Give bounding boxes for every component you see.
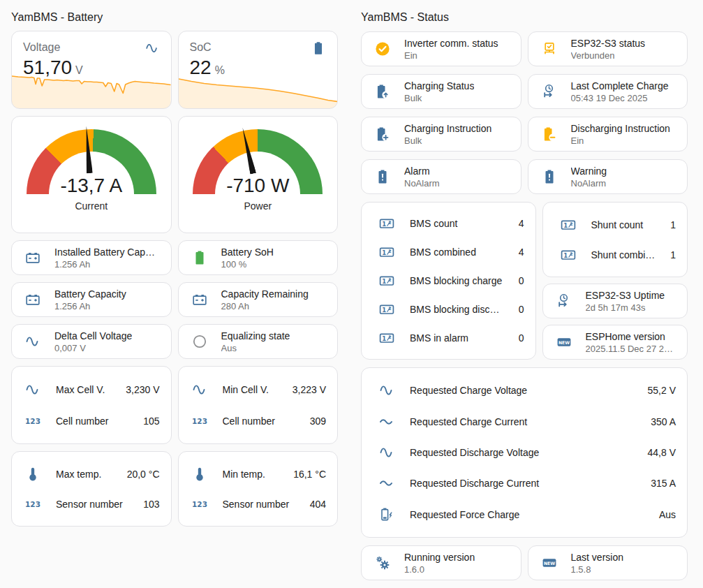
row-value: 3,223 V bbox=[293, 384, 326, 395]
row-label: Shunt combined bbox=[591, 249, 656, 260]
row-value: 309 bbox=[310, 416, 326, 427]
row-value: 1 bbox=[670, 219, 676, 230]
shunt-combined-row[interactable]: Shunt combined 1 bbox=[560, 247, 676, 263]
min-cell-card: Min Cell V. 3,223 V Cell number 309 bbox=[178, 366, 339, 444]
min-cell-number-row[interactable]: Cell number 309 bbox=[191, 413, 327, 429]
sine-wave-icon bbox=[378, 382, 395, 399]
row-value: 16,1 °C bbox=[293, 469, 326, 480]
current-gauge-card[interactable]: -13,7 A Current bbox=[11, 116, 172, 233]
entity-name: Inverter comm. status bbox=[404, 37, 498, 50]
row-value: 20,0 °C bbox=[127, 469, 160, 480]
numeric-123-icon bbox=[24, 496, 41, 513]
sine-wave-icon bbox=[24, 381, 41, 398]
counter-icon bbox=[378, 272, 395, 289]
battery-arrow-up-icon bbox=[374, 83, 391, 100]
installed-capacity-card[interactable]: Installed Battery Capacity1.256 Ah bbox=[11, 240, 172, 275]
bms-blocking-discharge-row[interactable]: BMS blocking discharge 0 bbox=[378, 301, 524, 318]
esp32-status-card[interactable]: ESP32-S3 statusVerbunden bbox=[528, 31, 688, 66]
counter-icon bbox=[560, 216, 577, 233]
sine-wave-icon bbox=[191, 381, 208, 398]
requested-force-charge-row[interactable]: Requested Force Charge Aus bbox=[378, 506, 676, 523]
new-box-icon bbox=[541, 554, 558, 571]
entity-value: NoAlarm bbox=[404, 178, 440, 189]
esp32-uptime-card[interactable]: ESP32-S3 Uptime2d 5h 17m 43s bbox=[542, 284, 688, 318]
bms-combined-row[interactable]: BMS combined 4 bbox=[378, 244, 524, 260]
power-gauge-label: Power bbox=[244, 200, 272, 212]
entity-value: Bulk bbox=[404, 135, 491, 147]
min-temp-sensor-row[interactable]: Sensor number 404 bbox=[191, 496, 327, 513]
charging-instruction-card[interactable]: Charging InstructionBulk bbox=[361, 117, 521, 152]
counter-icon bbox=[378, 301, 395, 318]
min-cell-voltage-row[interactable]: Min Cell V. 3,223 V bbox=[191, 381, 327, 398]
battery-soh-card[interactable]: Battery SoH100 % bbox=[178, 240, 339, 275]
row-value: 0 bbox=[519, 332, 524, 344]
current-ac-icon bbox=[378, 475, 395, 492]
row-value: 1 bbox=[670, 249, 676, 260]
capacity-remaining-card[interactable]: Capacity Remaining280 Ah bbox=[178, 282, 339, 317]
row-label: BMS blocking discharge bbox=[410, 304, 504, 315]
entity-name: Capacity Remaining bbox=[221, 288, 309, 301]
requested-charge-current-row[interactable]: Requested Charge Current 350 A bbox=[378, 413, 676, 430]
voltage-value: 51,70V bbox=[23, 57, 160, 82]
shunt-count-row[interactable]: Shunt count 1 bbox=[560, 216, 676, 233]
min-temp-card: Min temp. 16,1 °C Sensor number 404 bbox=[178, 451, 339, 527]
requested-values-card: Requested Charge Voltage 55,2 V Requeste… bbox=[361, 367, 688, 538]
battery-capacity-card[interactable]: Battery Capacity1.256 Ah bbox=[11, 282, 172, 317]
max-temp-card: Max temp. 20,0 °C Sensor number 103 bbox=[11, 451, 172, 527]
thermometer-icon bbox=[191, 466, 208, 483]
min-temp-row[interactable]: Min temp. 16,1 °C bbox=[191, 466, 327, 483]
voltage-card-name: Voltage bbox=[23, 41, 60, 54]
max-temp-row[interactable]: Max temp. 20,0 °C bbox=[24, 466, 160, 483]
row-label: BMS count bbox=[410, 218, 504, 229]
new-box-icon bbox=[556, 334, 572, 351]
bms-blocking-charge-row[interactable]: BMS blocking charge 0 bbox=[378, 272, 524, 289]
max-cell-voltage-row[interactable]: Max Cell V. 3,230 V bbox=[24, 381, 160, 398]
voltage-card[interactable]: Voltage 51,70V bbox=[11, 31, 172, 109]
counter-icon bbox=[378, 330, 395, 346]
requested-discharge-current-row[interactable]: Requested Discharge Current 315 A bbox=[378, 475, 676, 492]
row-value: 105 bbox=[143, 416, 159, 427]
max-cell-card: Max Cell V. 3,230 V Cell number 105 bbox=[11, 366, 172, 444]
row-label: Cell number bbox=[56, 416, 128, 427]
counter-icon bbox=[378, 244, 395, 260]
status-right-stack: Shunt count 1 Shunt combined 1 ESP32-S3 … bbox=[542, 202, 688, 360]
charging-status-card[interactable]: Charging StatusBulk bbox=[361, 74, 521, 109]
row-label: Min Cell V. bbox=[223, 384, 278, 395]
clock-end-icon bbox=[541, 83, 558, 100]
requested-charge-voltage-row[interactable]: Requested Charge Voltage 55,2 V bbox=[378, 382, 676, 399]
max-temp-sensor-row[interactable]: Sensor number 103 bbox=[24, 496, 160, 513]
entity-value: 2d 5h 17m 43s bbox=[586, 302, 665, 314]
row-label: Requested Discharge Voltage bbox=[410, 447, 633, 458]
soc-card[interactable]: SoC 22% bbox=[178, 31, 339, 109]
row-label: Requested Discharge Current bbox=[410, 478, 636, 489]
alarm-card[interactable]: AlarmNoAlarm bbox=[361, 159, 521, 194]
row-label: BMS in alarm bbox=[410, 332, 504, 344]
entity-value: 1.6.0 bbox=[404, 564, 475, 575]
soc-value: 22% bbox=[190, 57, 327, 82]
last-version-card[interactable]: Last version1.5.8 bbox=[528, 545, 688, 580]
bms-count-row[interactable]: BMS count 4 bbox=[378, 215, 524, 232]
running-version-card[interactable]: Running version1.6.0 bbox=[361, 545, 521, 580]
equalizing-state-card[interactable]: Equalizing stateAus bbox=[178, 324, 339, 359]
discharging-instruction-card[interactable]: Discharging InstructionEin bbox=[528, 117, 688, 152]
counter-icon bbox=[560, 247, 577, 263]
requested-discharge-voltage-row[interactable]: Requested Discharge Voltage 44,8 V bbox=[378, 444, 676, 461]
entity-name: ESPHome version bbox=[586, 330, 676, 344]
inverter-comm-status-card[interactable]: Inverter comm. statusEin bbox=[361, 31, 521, 66]
warning-card[interactable]: WarningNoAlarm bbox=[528, 159, 688, 194]
delta-cell-voltage-card[interactable]: Delta Cell Voltage0,007 V bbox=[11, 324, 172, 359]
thermometer-icon bbox=[24, 466, 41, 483]
power-gauge: -710 W bbox=[193, 129, 323, 194]
last-complete-charge-card[interactable]: Last Complete Charge05:43 19 Dec 2025 bbox=[528, 74, 688, 109]
row-value: 350 A bbox=[651, 416, 676, 427]
power-gauge-card[interactable]: -710 W Power bbox=[178, 116, 339, 233]
entity-value: 100 % bbox=[221, 259, 274, 270]
esphome-version-card[interactable]: ESPHome version2025.11.5 Dec 27 2025, 13… bbox=[542, 325, 688, 360]
entity-value: Bulk bbox=[404, 93, 474, 104]
row-label: Shunt count bbox=[591, 219, 656, 230]
row-label: Requested Charge Current bbox=[410, 416, 636, 427]
status-column: YamBMS - Status Inverter comm. statusEin… bbox=[361, 0, 688, 580]
max-cell-number-row[interactable]: Cell number 105 bbox=[24, 413, 160, 429]
bms-in-alarm-row[interactable]: BMS in alarm 0 bbox=[378, 330, 524, 346]
sine-wave-icon bbox=[145, 41, 160, 56]
